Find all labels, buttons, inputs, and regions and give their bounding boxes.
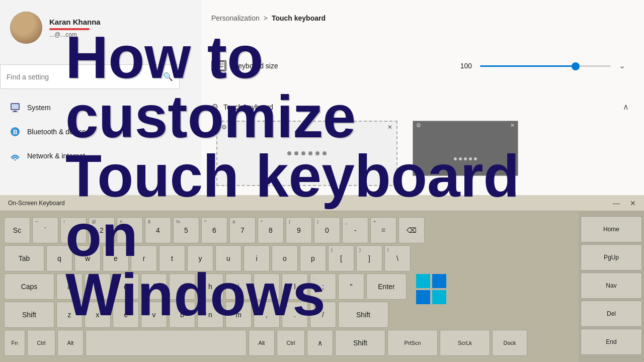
windows-logo [414,272,449,307]
key-backspace[interactable]: ⌫ [398,217,425,243]
key-nav[interactable]: Nav [581,273,642,299]
key-4[interactable]: $4 [145,217,171,243]
key-alt-left[interactable]: Alt [57,330,84,356]
sidebar-item-bluetooth[interactable]: B Bluetooth & devices [0,120,181,144]
slider-fill [480,65,578,67]
keyboard-size-slider[interactable] [480,65,611,67]
key-tilde[interactable]: ~` [32,217,58,243]
key-t[interactable]: t [159,245,185,272]
key-s[interactable]: s [85,274,111,300]
svg-rect-16 [432,290,446,304]
sidebar-item-network[interactable]: Network & internet [0,144,181,168]
key-q[interactable]: q [46,245,72,272]
key-tab[interactable]: Tab [4,245,44,272]
key-c[interactable]: c [113,302,139,328]
key-a[interactable]: a [56,274,83,300]
key-p[interactable]: p [300,245,326,272]
key-6[interactable]: ^6 [201,217,227,243]
key-shift-left[interactable]: Shift [4,302,54,328]
osk-bar: On-Screen Keyboard — ✕ [0,195,644,211]
key-del[interactable]: Del [581,301,642,327]
key-ctrl-left[interactable]: Ctrl [27,330,55,356]
key-dock[interactable]: Dock [492,330,527,356]
key-g[interactable]: g [169,274,195,300]
key-v[interactable]: v [141,302,167,328]
key-shift-bottom[interactable]: Shift [335,330,385,356]
system-icon [10,103,20,113]
key-shift-right[interactable]: Shift [338,302,388,328]
key-0[interactable]: )0 [314,217,340,243]
key-pgup[interactable]: PgUp [581,244,642,270]
preview-sm-dots [454,157,477,160]
key-r[interactable]: r [131,245,157,272]
osk-close-button[interactable]: ✕ [630,199,636,207]
dot-5 [315,151,319,155]
key-equals[interactable]: += [370,217,396,243]
chevron-down-icon[interactable]: ⌄ [619,61,629,71]
key-1[interactable]: !1 [60,217,87,243]
key-e[interactable]: e [103,245,129,272]
dot-4 [308,151,312,155]
key-u[interactable]: u [215,245,242,272]
key-l[interactable]: l [282,274,308,300]
keyboard-size-row: Keyboard size 100 ⌄ [211,55,629,76]
key-home[interactable]: Home [581,216,642,242]
key-semicolon[interactable]: :; [310,274,336,300]
chevron-up-icon[interactable]: ∧ [623,102,629,112]
right-nav-keys: Home PgUp Nav Del End [579,211,644,362]
osk-minimize-button[interactable]: — [613,199,620,207]
key-n[interactable]: n [197,302,223,328]
key-9[interactable]: (9 [286,217,312,243]
key-8[interactable]: *8 [258,217,284,243]
key-sc[interactable]: Sc [4,217,30,243]
key-i[interactable]: i [244,245,270,272]
svg-rect-13 [416,274,430,288]
dot-6 [323,151,327,155]
sidebar-item-bluetooth-label: Bluetooth & devices [27,128,90,136]
key-backslash[interactable]: |\ [384,245,411,272]
key-prtscn[interactable]: PrtScn [387,330,438,356]
key-5[interactable]: %5 [173,217,199,243]
key-w[interactable]: w [74,245,101,272]
key-7[interactable]: &7 [229,217,256,243]
key-minus[interactable]: _- [342,217,368,243]
key-end[interactable]: End [581,329,642,355]
key-rbracket[interactable]: }] [356,245,382,272]
key-space[interactable] [86,330,247,356]
key-comma[interactable]: <, [254,302,280,328]
key-slash[interactable]: ?/ [310,302,336,328]
key-caps[interactable]: Caps [4,274,54,300]
sm-dot-4 [469,157,472,160]
keyboard-row-qwerty: Tab q w e r t y u i o p {[ }] |\ [0,244,644,273]
keyboard-size-label: Keyboard size [233,62,460,70]
key-o[interactable]: o [272,245,298,272]
key-ctrl-right[interactable]: Ctrl [277,330,305,356]
key-lbracket[interactable]: {[ [328,245,354,272]
key-alt-right[interactable]: Alt [249,330,275,356]
key-k[interactable]: k [254,274,280,300]
search-box[interactable]: 🔍 [0,64,180,89]
key-up[interactable]: ∧ [307,330,333,356]
key-x[interactable]: x [85,302,111,328]
key-z[interactable]: z [56,302,83,328]
keyboard-preview-area: ⚙ ✕ ⚙ ✕ [216,121,518,186]
key-d[interactable]: d [113,274,139,300]
key-enter[interactable]: Enter [366,274,407,300]
breadcrumb-current: Touch keyboard [272,14,326,22]
search-input[interactable] [7,73,160,81]
key-fn[interactable]: Fn [4,330,25,356]
key-j[interactable]: j [225,274,252,300]
key-h[interactable]: h [197,274,223,300]
key-y[interactable]: y [187,245,213,272]
sidebar-item-system[interactable]: System [0,96,181,120]
key-quote[interactable]: " [338,274,364,300]
key-3[interactable]: #3 [117,217,143,243]
key-f[interactable]: f [141,274,167,300]
key-period[interactable]: >. [282,302,308,328]
key-2[interactable]: @2 [89,217,115,243]
key-m[interactable]: m [225,302,252,328]
key-scrlk[interactable]: ScrLk [440,330,490,356]
sm-dot-3 [464,157,467,160]
key-b[interactable]: b [169,302,195,328]
sm-dot-1 [454,157,457,160]
